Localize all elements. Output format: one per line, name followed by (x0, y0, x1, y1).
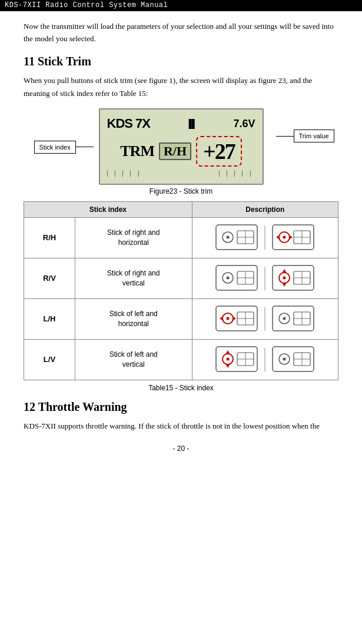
lcd-trim-label: TRM (120, 142, 154, 160)
controller-svg-rh (215, 220, 315, 255)
row3-index: L/H (24, 298, 75, 339)
section11-body: When you pull buttons of stick trim (see… (24, 74, 338, 100)
row4-image (192, 339, 338, 380)
table-row: L/V Stick of left andvertical (24, 339, 338, 380)
col-header-description: Description (192, 201, 338, 217)
controller-svg-lv (215, 342, 315, 377)
lcd-trim-value: +27 (196, 136, 242, 167)
trim-value-callout: Trim value (276, 130, 334, 142)
row1-image (192, 217, 338, 258)
svg-marker-36 (220, 316, 223, 321)
stick-index-callout: Stick index (34, 141, 94, 154)
section11-title: 11 Stick Trim (24, 55, 338, 68)
stick-table: Stick index Description R/H Stick of rig… (24, 201, 338, 380)
lcd-bottom-ticks: ▏ ▏ ▏ ▏ ▏ (107, 171, 144, 177)
svg-marker-28 (282, 269, 287, 273)
svg-marker-52 (225, 364, 230, 368)
lcd-bottom-row: ▏ ▏ ▏ ▏ ▏ ▏ ▏ ▏ ▏ ▏ (107, 171, 255, 177)
table-row: R/H Stick of right andhorizontal (24, 217, 338, 258)
table-header-row: Stick index Description (24, 201, 338, 217)
svg-point-32 (227, 317, 230, 320)
controller-svg-rv (215, 261, 315, 296)
table15-caption: Table15 - Stick index (24, 384, 338, 392)
lcd-battery: ▐▌ (186, 119, 198, 128)
svg-marker-37 (233, 316, 236, 321)
row4-desc: Stick of left andvertical (75, 339, 192, 380)
row2-image (192, 258, 338, 298)
figure23-inner: Stick index KDS 7X ▐▌ 7.6V TRM R/H +27 ▏… (99, 108, 264, 185)
svg-point-17 (227, 276, 230, 279)
lcd-bottom-ticks2: ▏ ▏ ▏ ▏ ▏ (219, 171, 255, 177)
row2-index: R/V (24, 258, 75, 298)
svg-point-24 (283, 276, 286, 279)
col-header-stick-index: Stick index (24, 201, 192, 217)
table-row: L/H Stick of left andhorizontal (24, 298, 338, 339)
page-number: - 20 - (24, 444, 338, 453)
svg-point-56 (283, 357, 286, 360)
section12-body: KDS-7XII supports throttle warning. If t… (24, 420, 338, 433)
row2-desc: Stick of right andvertical (75, 258, 192, 298)
header-title: KDS-7XII Radio Control System Manual (5, 1, 168, 9)
callout-line-right (276, 136, 294, 137)
svg-marker-29 (282, 283, 287, 287)
svg-point-41 (283, 317, 286, 320)
lcd-middle-row: TRM R/H +27 (107, 136, 255, 167)
svg-marker-51 (225, 350, 230, 354)
stick-index-label: Stick index (34, 141, 76, 154)
lcd-brand: KDS 7X (107, 116, 150, 131)
svg-point-2 (227, 235, 230, 238)
figure23-caption: Figure23 - Stick trim (150, 187, 212, 195)
svg-point-47 (227, 357, 230, 360)
section12-title: 12 Throttle Warning (24, 400, 338, 414)
svg-marker-14 (289, 235, 293, 240)
svg-marker-13 (276, 235, 280, 240)
row3-desc: Stick of left andhorizontal (75, 298, 192, 339)
callout-line-left (76, 147, 94, 147)
lcd-top-row: KDS 7X ▐▌ 7.6V (107, 116, 255, 131)
svg-point-9 (283, 235, 286, 238)
row3-image (192, 298, 338, 339)
row1-desc: Stick of right andhorizontal (75, 217, 192, 258)
intro-text: Now the transmitter will load the parame… (24, 21, 338, 45)
page-header: KDS-7XII Radio Control System Manual (0, 0, 362, 11)
lcd-voltage: 7.6V (233, 118, 255, 130)
trim-value-label: Trim value (294, 130, 334, 142)
lcd-stick-index: R/H (159, 142, 191, 160)
lcd-display: KDS 7X ▐▌ 7.6V TRM R/H +27 ▏ ▏ ▏ ▏ ▏ ▏ ▏… (99, 108, 264, 185)
row1-index: R/H (24, 217, 75, 258)
table-row: R/V Stick of right andvertical (24, 258, 338, 298)
controller-svg-lh (215, 301, 315, 337)
figure23-container: Stick index KDS 7X ▐▌ 7.6V TRM R/H +27 ▏… (24, 108, 338, 195)
row4-index: L/V (24, 339, 75, 380)
